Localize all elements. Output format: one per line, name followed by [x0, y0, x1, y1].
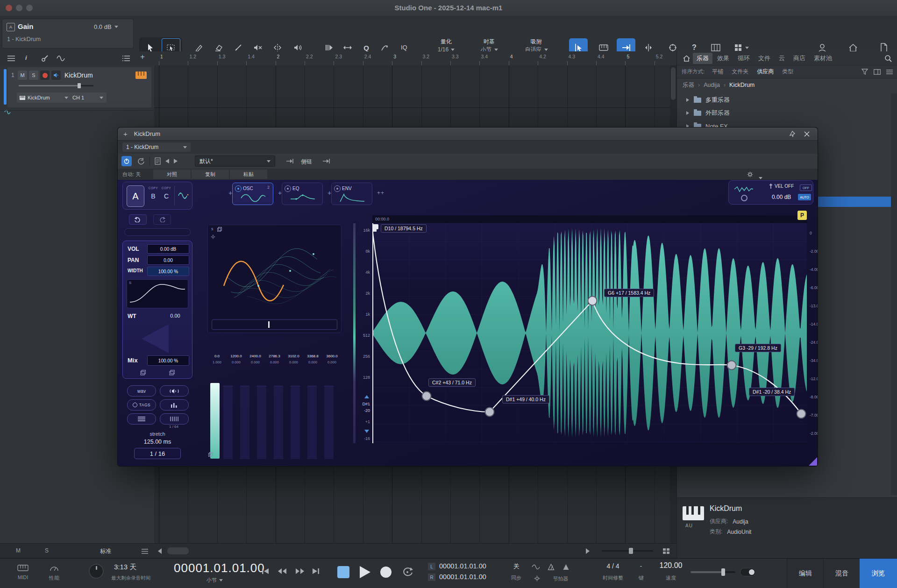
stretch-division-box[interactable]: 1 / 16 — [134, 448, 181, 459]
ruler-tick-label[interactable]: 2 — [277, 54, 280, 59]
fine-tune-value[interactable]: +1 — [353, 419, 370, 424]
performance-label[interactable]: 性能 — [44, 574, 64, 581]
output-mute-toggle[interactable] — [740, 568, 756, 576]
breadcrumb-current[interactable]: KickDrum — [729, 82, 755, 88]
harmonic-column[interactable]: 2786.30.000 — [265, 353, 284, 375]
track-size-icon[interactable] — [140, 547, 150, 555]
levels-button[interactable] — [160, 399, 189, 411]
rewind-button[interactable] — [276, 567, 289, 576]
sidechain-in-icon[interactable] — [285, 157, 294, 165]
track-solo-button[interactable]: S — [29, 71, 38, 80]
input-quantize-label[interactable]: IQ — [401, 44, 407, 51]
automation-state[interactable]: 自动: 关 — [122, 171, 141, 178]
pan-value[interactable]: 0.00 — [147, 255, 189, 265]
ruler-tick-label[interactable]: 4 — [510, 54, 513, 59]
sort-option[interactable]: 平铺 — [712, 68, 723, 76]
ruler-tick-label[interactable]: 4.3 — [569, 54, 576, 59]
instrument-keys-icon[interactable] — [135, 71, 147, 79]
envelope-node-label[interactable]: D#1 -20 / 38.4 Hz — [749, 388, 795, 396]
morph-triangle[interactable] — [142, 324, 169, 353]
wt-value[interactable]: 0.00 — [162, 313, 188, 319]
filter-icon[interactable] — [861, 69, 868, 75]
osc-module-tab[interactable]: OSC 2 — [232, 183, 273, 205]
ruler-tick-label[interactable]: 2.4 — [364, 54, 371, 59]
undo-button[interactable] — [129, 214, 147, 225]
preset-file-icon[interactable] — [153, 156, 162, 166]
monitor-knob[interactable] — [89, 564, 104, 579]
browser-home-icon[interactable] — [681, 53, 692, 64]
global-mute-button[interactable]: M — [16, 547, 21, 554]
position-unit-dropdown[interactable]: 小节 — [206, 577, 223, 584]
plugin-resize-handle[interactable] — [809, 457, 817, 466]
browser-tab[interactable]: 素材池 — [810, 53, 836, 64]
copy-params-icon[interactable] — [139, 369, 147, 376]
tree-item[interactable]: 外部乐器 — [677, 106, 897, 120]
tempo-value[interactable]: 120.00 — [654, 561, 688, 570]
forward-button[interactable] — [293, 567, 306, 576]
browser-vscrollbar[interactable] — [891, 93, 897, 495]
harmonic-column[interactable]: 0.01.000 — [207, 353, 227, 375]
partial-bar[interactable] — [291, 386, 300, 459]
info-icon[interactable]: i — [25, 54, 27, 61]
freq-spinner-down-icon[interactable] — [364, 430, 369, 433]
track-record-arm-button[interactable] — [40, 71, 50, 80]
hscroll-right-button[interactable] — [586, 548, 590, 554]
pin-icon[interactable] — [787, 129, 797, 139]
envelope-node-label[interactable]: G3 -29 / 192.8 Hz — [735, 344, 781, 352]
play-button[interactable] — [360, 566, 370, 578]
envelope-node-label[interactable]: G6 +17 / 1583.4 Hz — [604, 289, 654, 297]
browser-tab[interactable]: 商店 — [790, 53, 809, 64]
timeline-ruler[interactable]: 11.21.31.422.22.32.433.23.33.444.24.34.4… — [154, 51, 676, 65]
preset-prev-button[interactable] — [165, 159, 169, 163]
width-value[interactable]: 100.00 % — [147, 267, 189, 276]
preset-slot-box[interactable] — [124, 228, 191, 236]
redo-button[interactable] — [153, 214, 171, 225]
morph-waveform-icon[interactable] — [177, 188, 190, 204]
root-note-offset[interactable]: -20 — [353, 408, 370, 413]
preset-next-button[interactable] — [174, 159, 178, 163]
traffic-zoom-button[interactable] — [26, 5, 33, 11]
track-monitor-button[interactable] — [51, 71, 61, 80]
vel-mode-label[interactable]: VEL OFF — [775, 184, 794, 189]
plugin-window[interactable]: + KickDrum 1 - KickDrum — [117, 127, 818, 467]
audition-button[interactable] — [160, 385, 189, 397]
tree-item[interactable]: 多重乐器 — [677, 93, 897, 106]
traffic-minimize-button[interactable] — [16, 5, 22, 11]
metronome-settings-gear-icon[interactable] — [533, 574, 541, 582]
ruler-tick-label[interactable]: 5.2 — [656, 54, 663, 59]
metronome-icon[interactable] — [561, 563, 571, 571]
sort-option[interactable]: 供应商 — [757, 68, 774, 76]
track-height-mode[interactable]: 标准 — [100, 547, 111, 555]
plugin-settings-gear-icon[interactable] — [746, 170, 754, 178]
plugin-target-dropdown[interactable]: 1 - KickDrum — [122, 142, 191, 152]
ruler-tick-label[interactable]: 4.4 — [598, 54, 605, 59]
tags-button[interactable]: TAGS — [127, 399, 156, 411]
harmonic-column[interactable]: 3600.00.000 — [322, 353, 342, 375]
zoom-slider[interactable] — [602, 550, 653, 552]
ruler-tick-label[interactable]: 2.2 — [306, 54, 313, 59]
partial-bar[interactable] — [223, 386, 233, 459]
root-note-value[interactable]: D#1 — [353, 402, 370, 406]
sidechain-label[interactable]: 侧链 — [301, 158, 312, 166]
ruler-tick-label[interactable]: 1.4 — [248, 54, 255, 59]
envelope-node-label[interactable]: D10 / 18794.5 Hz — [381, 224, 427, 233]
osc-power-icon[interactable] — [235, 185, 242, 192]
partial-bar[interactable] — [240, 386, 249, 459]
vel-off-badge[interactable]: OFF — [800, 184, 812, 191]
sidechain-out-icon[interactable] — [321, 157, 331, 165]
ruler-tick-label[interactable]: 3.2 — [423, 54, 430, 59]
browse-view-button[interactable]: 浏览 — [860, 559, 897, 588]
track-volume-fader[interactable] — [19, 85, 93, 86]
track-row[interactable]: 1 M S KickDrum KickDrum — [7, 67, 151, 107]
edit-view-button[interactable]: 编辑 — [787, 559, 824, 588]
ruler-tick-label[interactable]: 1.3 — [219, 54, 226, 59]
loop-button[interactable] — [400, 566, 415, 579]
vel-knob[interactable] — [741, 195, 748, 201]
wavetable-3d-display[interactable]: s — [207, 225, 342, 333]
eq-module-tab[interactable]: EQ — [282, 183, 323, 205]
zoom-preset-icon[interactable] — [662, 547, 671, 555]
track-name[interactable]: KickDrum — [64, 71, 93, 79]
ruler-tick-label[interactable]: 3.3 — [452, 54, 459, 59]
ruler-tick-label[interactable]: 5 — [626, 54, 629, 59]
mix-view-button[interactable]: 混音 — [823, 559, 860, 588]
